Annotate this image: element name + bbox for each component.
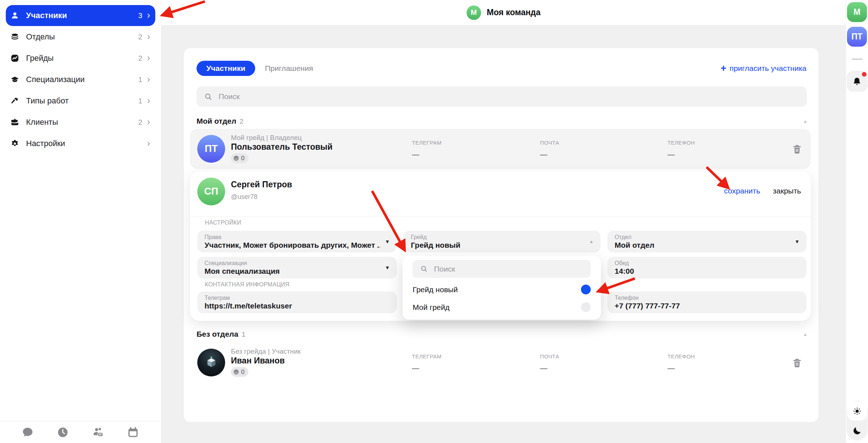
sidebar-item-departments[interactable]: Отделы 2	[6, 26, 155, 47]
sidebar-item-work-types[interactable]: Типы работ 1	[6, 90, 155, 111]
grade-dropdown: Грейд новый Мой грейд	[403, 256, 601, 320]
editor-divider	[190, 216, 811, 217]
close-button[interactable]: закрыть	[773, 187, 801, 195]
invite-member-button[interactable]: + пригласить участника	[721, 64, 806, 73]
tab-invitations[interactable]: Приглашения	[265, 64, 313, 73]
avatar: ПТ	[197, 135, 225, 163]
member-name: Иван Иванов	[231, 356, 285, 366]
tab-members[interactable]: Участники	[197, 61, 255, 76]
column-telegram: ТЕЛЕГРАМ —	[412, 140, 442, 159]
radio-selected[interactable]	[581, 285, 591, 294]
search-input[interactable]	[218, 92, 799, 101]
lunch-field[interactable]: Обед 14:00	[607, 257, 806, 278]
column-mail: ПОЧТА —	[540, 140, 559, 159]
grade-select[interactable]: Грейд Грейд новый ▲	[404, 231, 601, 252]
chevron-right-icon	[146, 55, 152, 61]
badge-count: 0	[241, 155, 244, 162]
chevron-down-icon: ▼	[385, 265, 390, 271]
sidebar-item-count: 2	[138, 33, 146, 41]
sidebar-item-specializations[interactable]: Специализации 1	[6, 69, 155, 90]
team-management-app: Участники 3 Отделы 2 Г	[0, 0, 868, 443]
contacts-heading: КОНТАКТНАЯ ИНФОРМАЦИЯ	[205, 281, 290, 288]
chat-icon[interactable]	[22, 426, 34, 438]
grade-dropdown-search	[413, 260, 591, 278]
column-phone: ТЕЛЕФОН —	[667, 140, 695, 159]
section-title: Без отдела	[197, 330, 238, 338]
grade-search-input[interactable]	[433, 264, 583, 274]
team-avatar-rail[interactable]: M	[847, 2, 867, 22]
sidebar-item-count: 1	[138, 97, 146, 105]
sidebar-item-label: Участники	[26, 11, 67, 20]
top-header: M Моя команда	[161, 0, 846, 25]
chevron-right-icon	[146, 34, 152, 40]
sidebar-item-label: Специализации	[26, 75, 85, 84]
section-count: 2	[240, 118, 244, 125]
avatar-photo	[197, 349, 225, 376]
collapse-section-icon[interactable]: ▲	[803, 119, 808, 124]
member-row-ivan[interactable]: Без грейда | Участник Иван Иванов 0 ТЕЛЕ…	[190, 342, 811, 382]
contacts-group-icon[interactable]	[92, 426, 104, 438]
member-grade-role: Без грейда | Участник	[231, 348, 301, 355]
member-count-icon	[233, 155, 239, 161]
plus-icon: +	[721, 65, 726, 72]
chevron-right-icon	[146, 13, 152, 19]
sidebar-nav: Участники 3 Отделы 2 Г	[0, 0, 161, 154]
column-mail: ПОЧТА —	[540, 353, 559, 372]
rail-divider	[852, 59, 863, 60]
member-row-owner[interactable]: ПТ Мой грейд | Владелец Пользователь Тес…	[190, 129, 811, 169]
layers-icon	[10, 33, 19, 41]
sidebar-item-count: 2	[138, 118, 146, 127]
radio-unselected[interactable]	[581, 302, 591, 312]
dark-mode-button[interactable]	[852, 421, 862, 440]
column-telegram: ТЕЛЕГРАМ —	[412, 353, 442, 372]
grade-option-new[interactable]: Грейд новый	[413, 281, 591, 298]
sidebar-item-label: Типы работ	[26, 96, 69, 106]
trash-icon[interactable]	[792, 144, 802, 155]
graduation-cap-icon	[10, 75, 19, 84]
member-editor-card: СП Сергей Петров @user78 сохранить закры…	[190, 171, 811, 321]
chevron-down-icon: ▼	[385, 239, 390, 244]
member-grade-role: Мой грейд | Владелец	[231, 134, 302, 142]
column-phone: ТЕЛЕФОН —	[667, 353, 695, 372]
department-select[interactable]: Отдел Мой отдел ▼	[607, 231, 806, 252]
bell-icon	[852, 77, 862, 86]
user-avatar-rail[interactable]: ПТ	[847, 27, 867, 47]
trash-icon[interactable]	[792, 358, 802, 369]
sidebar-item-label: Настройки	[26, 139, 65, 148]
sidebar-item-count: 2	[138, 54, 146, 63]
sidebar-item-clients[interactable]: Клиенты 2	[6, 112, 155, 133]
save-button[interactable]: сохранить	[724, 187, 760, 195]
sidebar-item-label: Отделы	[26, 32, 55, 42]
sidebar-item-settings[interactable]: Настройки	[6, 133, 155, 154]
sidebar-item-count: 1	[138, 76, 146, 84]
sidebar-item-grades[interactable]: Грейды 2	[6, 48, 155, 69]
moon-icon	[852, 426, 862, 435]
sun-icon	[853, 407, 861, 416]
member-badge: 0	[231, 153, 248, 163]
collapse-section-icon[interactable]: ▲	[803, 332, 808, 337]
calendar-icon[interactable]	[127, 426, 139, 438]
telegram-field[interactable]: Телеграм https://t.me/teletaskuser	[197, 291, 397, 313]
editor-member-name: Сергей Петров	[231, 180, 292, 189]
grade-option-my[interactable]: Мой грейд	[413, 298, 591, 316]
chevron-right-icon	[146, 141, 152, 147]
light-mode-button[interactable]	[847, 401, 867, 421]
member-name: Пользователь Тестовый	[231, 142, 333, 152]
tabs-row: Участники Приглашения + пригласить участ…	[197, 61, 806, 76]
page-title: Моя команда	[487, 8, 540, 17]
clock-icon[interactable]	[57, 426, 69, 438]
right-rail: M ПТ	[846, 0, 868, 443]
phone-field[interactable]: Телефон +7 (777) 777-77-77	[607, 291, 806, 313]
hammer-icon	[10, 97, 19, 105]
editor-member-username: @user78	[231, 193, 257, 201]
notifications-button[interactable]	[847, 71, 868, 92]
editor-actions: сохранить закрыть	[724, 187, 801, 195]
rights-select[interactable]: Права Участник, Может бронировать других…	[197, 231, 397, 252]
sidebar: Участники 3 Отделы 2 Г	[0, 0, 161, 443]
chevron-right-icon	[146, 77, 152, 83]
sidebar-item-members[interactable]: Участники 3	[6, 5, 155, 26]
section-header-my-department: Мой отдел 2 ▲	[197, 117, 808, 125]
specialization-select[interactable]: Специализация Моя специализация ▼	[197, 257, 397, 278]
invite-member-label: пригласить участника	[730, 64, 806, 73]
members-search	[197, 86, 807, 107]
